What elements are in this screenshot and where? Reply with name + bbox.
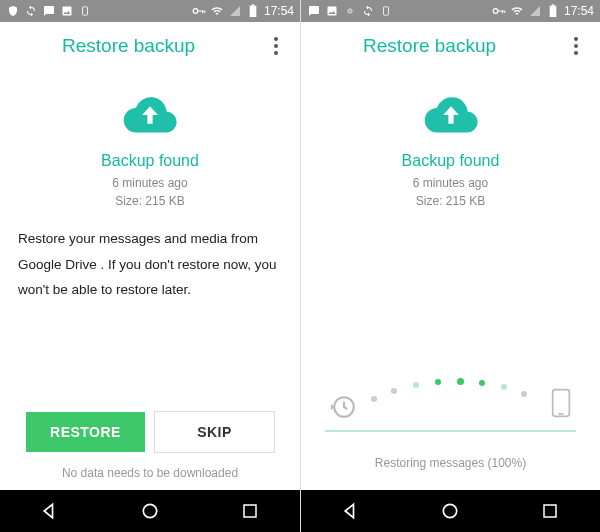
key-icon — [192, 4, 206, 18]
nav-back-icon[interactable] — [339, 499, 363, 523]
shield-icon — [6, 4, 20, 18]
svg-point-1 — [193, 9, 198, 14]
wifi-icon — [510, 4, 524, 18]
svg-point-9 — [493, 9, 498, 14]
svg-rect-8 — [384, 7, 389, 15]
backup-time: 6 minutes ago — [112, 174, 187, 192]
progress-arc — [331, 374, 571, 424]
progress-area: Restoring messages (100%) — [319, 374, 582, 490]
battery-icon — [246, 4, 260, 18]
backup-size: Size: 215 KB — [112, 192, 187, 210]
progress-bar — [325, 430, 576, 432]
screen-restore-progress: 17:54 Restore backup Backup found 6 minu… — [300, 0, 600, 532]
image-icon — [60, 4, 74, 18]
status-bar: 17:54 — [301, 0, 600, 22]
key-icon — [492, 4, 506, 18]
skip-button[interactable]: SKIP — [155, 412, 274, 452]
nav-bar — [0, 490, 300, 532]
sync-icon — [24, 4, 38, 18]
page-title: Restore backup — [62, 35, 195, 57]
battery-icon — [546, 4, 560, 18]
msg-icon — [42, 4, 56, 18]
backup-time: 6 minutes ago — [413, 174, 488, 192]
restore-description: Restore your messages and media from Goo… — [18, 226, 282, 303]
location-icon — [343, 4, 357, 18]
backup-found-label: Backup found — [101, 152, 199, 170]
device-icon — [379, 4, 393, 18]
backup-meta: 6 minutes ago Size: 215 KB — [413, 174, 488, 210]
image-icon — [325, 4, 339, 18]
backup-meta: 6 minutes ago Size: 215 KB — [112, 174, 187, 210]
app-bar: Restore backup — [0, 22, 300, 70]
status-bar: 17:54 — [0, 0, 300, 22]
overflow-menu-icon[interactable] — [264, 34, 288, 58]
content-area: Backup found 6 minutes ago Size: 215 KB — [301, 70, 600, 490]
restore-button[interactable]: RESTORE — [26, 412, 145, 452]
progress-status: Restoring messages (100%) — [375, 456, 526, 470]
svg-rect-5 — [244, 505, 256, 517]
signal-icon — [528, 4, 542, 18]
svg-rect-12 — [552, 390, 569, 417]
nav-recent-icon[interactable] — [538, 499, 562, 523]
svg-rect-15 — [544, 505, 556, 517]
nav-recent-icon[interactable] — [238, 499, 262, 523]
device-icon — [78, 4, 92, 18]
page-title: Restore backup — [363, 35, 496, 57]
cloud-upload-icon — [422, 94, 480, 140]
nav-home-icon[interactable] — [438, 499, 462, 523]
svg-point-4 — [143, 504, 156, 517]
phone-icon — [551, 388, 571, 422]
nav-back-icon[interactable] — [38, 499, 62, 523]
status-time: 17:54 — [564, 4, 594, 18]
svg-rect-2 — [250, 6, 257, 17]
svg-rect-0 — [83, 7, 88, 15]
backup-found-label: Backup found — [402, 152, 500, 170]
svg-rect-11 — [552, 4, 555, 5]
overflow-menu-icon[interactable] — [564, 34, 588, 58]
wifi-icon — [210, 4, 224, 18]
msg-icon — [307, 4, 321, 18]
content-area: Backup found 6 minutes ago Size: 215 KB … — [0, 70, 300, 490]
svg-point-7 — [349, 10, 350, 11]
app-bar: Restore backup — [301, 22, 600, 70]
screen-restore-prompt: 17:54 Restore backup Backup found 6 minu… — [0, 0, 300, 532]
sync-icon — [361, 4, 375, 18]
svg-rect-10 — [550, 6, 557, 17]
svg-rect-3 — [252, 4, 255, 5]
cloud-upload-icon — [121, 94, 179, 140]
status-time: 17:54 — [264, 4, 294, 18]
footer-note: No data needs to be downloaded — [62, 466, 238, 480]
svg-rect-13 — [558, 413, 563, 415]
history-icon — [331, 394, 357, 424]
backup-size: Size: 215 KB — [413, 192, 488, 210]
nav-bar — [301, 490, 600, 532]
nav-home-icon[interactable] — [138, 499, 162, 523]
svg-point-14 — [444, 504, 457, 517]
signal-icon — [228, 4, 242, 18]
